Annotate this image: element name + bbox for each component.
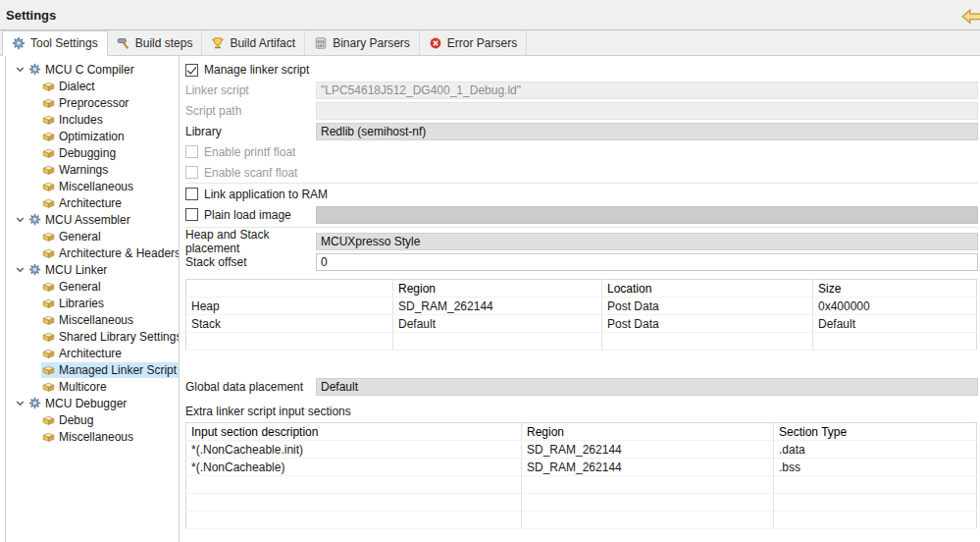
tab-build-steps[interactable]: Build steps (108, 30, 203, 55)
table-cell[interactable] (813, 333, 977, 351)
table-cell[interactable] (774, 476, 977, 494)
chevron-down-icon[interactable] (15, 64, 26, 75)
table-cell[interactable]: SD_RAM_262144 (522, 441, 774, 459)
table-empty-row[interactable] (186, 333, 977, 351)
table-cell[interactable]: Heap (186, 298, 393, 315)
sidebar-item-optimization[interactable]: Optimization (6, 128, 179, 144)
global-data-placement-combo[interactable]: Default (316, 378, 978, 396)
sidebar-item-architecture[interactable]: Architecture (6, 194, 179, 211)
sidebar-item-shared-library-settings[interactable]: Shared Library Settings (6, 328, 179, 345)
sidebar-item-general[interactable]: General (6, 278, 179, 295)
table-cell[interactable]: 0x400000 (813, 298, 977, 315)
table-cell[interactable]: .data (774, 441, 977, 459)
table-cell: Region (522, 423, 774, 441)
sidebar-item-debugging[interactable]: Debugging (6, 144, 179, 161)
stack-offset-input[interactable] (316, 253, 978, 271)
library-combo[interactable]: Redlib (semihost-nf) (316, 123, 978, 140)
tree-item-content: Debugging (41, 145, 119, 161)
sidebar-item-mcu-debugger[interactable]: MCU Debugger (6, 395, 179, 411)
tab-build-artifact[interactable]: Build Artifact (202, 30, 305, 55)
category-icon (42, 380, 55, 393)
table-cell[interactable] (774, 494, 977, 512)
back-arrow-icon[interactable] (961, 8, 980, 24)
sidebar-item-includes[interactable]: Includes (6, 111, 179, 128)
category-icon (42, 246, 55, 259)
category-icon (42, 413, 55, 426)
tree-item-label: Warnings (59, 163, 108, 177)
sidebar-item-general[interactable]: General (6, 228, 179, 244)
enable-printf-float-row: Enable printf float (185, 141, 978, 162)
sidebar-item-multicore[interactable]: Multicore (6, 378, 179, 395)
table-row[interactable]: *(.NonCacheable.init)SD_RAM_262144.data (186, 441, 977, 459)
sidebar-item-architecture[interactable]: Architecture (6, 345, 179, 361)
library-label: Library (185, 125, 316, 138)
table-row[interactable]: HeapSD_RAM_262144Post Data0x400000 (186, 298, 977, 315)
category-icon (42, 313, 55, 326)
heap-stack-placement-label: Heap and Stack placement (185, 228, 316, 255)
sidebar-item-miscellaneous[interactable]: Miscellaneous (6, 178, 179, 194)
sidebar-item-managed-linker-script[interactable]: Managed Linker Script (6, 361, 179, 378)
table-cell[interactable] (186, 333, 393, 351)
sidebar-item-warnings[interactable]: Warnings (6, 161, 179, 178)
table-cell[interactable]: Post Data (602, 298, 813, 315)
table-cell[interactable] (522, 476, 774, 494)
tree-item-label: Miscellaneous (59, 313, 133, 327)
sidebar-item-debug[interactable]: Debug (6, 411, 179, 428)
table-cell[interactable] (602, 333, 813, 351)
table-cell[interactable]: *(.NonCacheable.init) (186, 441, 522, 459)
tab-error-parsers[interactable]: Error Parsers (420, 30, 527, 55)
table-cell[interactable]: Default (393, 315, 602, 333)
category-icon (42, 130, 55, 142)
heap-stack-placement-combo[interactable]: MCUXpresso Style (316, 233, 978, 250)
sidebar-item-preprocessor[interactable]: Preprocessor (6, 94, 179, 111)
chevron-down-icon[interactable] (15, 214, 26, 225)
table-cell[interactable] (393, 333, 602, 351)
sidebar-item-architecture-headers[interactable]: Architecture & Headers (6, 244, 179, 261)
chevron-down-icon[interactable] (15, 398, 26, 408)
table-cell[interactable]: SD_RAM_262144 (393, 298, 602, 315)
table-cell[interactable] (774, 512, 977, 529)
tab-binary-parsers[interactable]: 010101Binary Parsers (305, 30, 420, 55)
script-path-field (316, 102, 978, 120)
table-empty-row[interactable] (186, 494, 977, 512)
table-cell[interactable]: Post Data (602, 315, 813, 333)
table-cell[interactable] (186, 512, 522, 529)
sidebar-item-miscellaneous[interactable]: Miscellaneous (6, 428, 179, 445)
sidebar-item-mcu-c-compiler[interactable]: MCU C Compiler (6, 61, 179, 78)
table-cell[interactable]: SD_RAM_262144 (522, 459, 774, 476)
table-row[interactable]: StackDefaultPost DataDefault (186, 315, 977, 333)
plain-load-image-checkbox[interactable] (185, 208, 198, 221)
tab-label: Binary Parsers (333, 36, 410, 50)
table-cell[interactable] (186, 494, 522, 512)
stack-offset-row: Stack offset (185, 251, 978, 272)
link-application-to-ram-checkbox[interactable] (185, 188, 198, 200)
tree-item-label: Miscellaneous (59, 430, 133, 444)
sidebar-item-mcu-assembler[interactable]: MCU Assembler (6, 211, 179, 228)
table-row[interactable]: *(.NonCacheable)SD_RAM_262144.bss (186, 459, 977, 476)
sidebar-item-dialect[interactable]: Dialect (6, 78, 179, 94)
table-cell[interactable] (522, 512, 774, 529)
table-cell[interactable]: *(.NonCacheable) (186, 459, 522, 476)
sidebar-item-miscellaneous[interactable]: Miscellaneous (6, 311, 179, 328)
table-cell[interactable] (186, 476, 522, 494)
tree-item-content: Dialect (41, 79, 98, 94)
table-empty-row[interactable] (186, 476, 977, 494)
table-cell[interactable] (522, 494, 774, 512)
table-empty-row[interactable] (186, 512, 977, 529)
table-cell[interactable]: Stack (186, 315, 393, 333)
settings-tabbar: Tool SettingsBuild stepsBuild Artifact01… (0, 30, 980, 56)
sidebar-item-libraries[interactable]: Libraries (6, 295, 179, 311)
manage-linker-script-checkbox[interactable] (185, 64, 198, 77)
stack-offset-label: Stack offset (185, 255, 316, 269)
table-cell[interactable]: Default (813, 315, 977, 333)
enable-scanf-float-row: Enable scanf float (185, 162, 978, 183)
managed-linker-script-panel: Manage linker script Linker script "LPC5… (180, 56, 980, 542)
tree-item-content: Architecture & Headers (41, 245, 180, 261)
table-cell[interactable]: .bss (774, 459, 977, 476)
table-header-row: RegionLocationSize (186, 280, 977, 298)
chevron-down-icon[interactable] (15, 264, 26, 275)
plain-load-image-label: Plain load image (204, 208, 310, 222)
binary-icon: 010101 (314, 36, 328, 50)
sidebar-item-mcu-linker[interactable]: MCU Linker (6, 261, 179, 278)
tab-tool-settings[interactable]: Tool Settings (2, 30, 108, 56)
